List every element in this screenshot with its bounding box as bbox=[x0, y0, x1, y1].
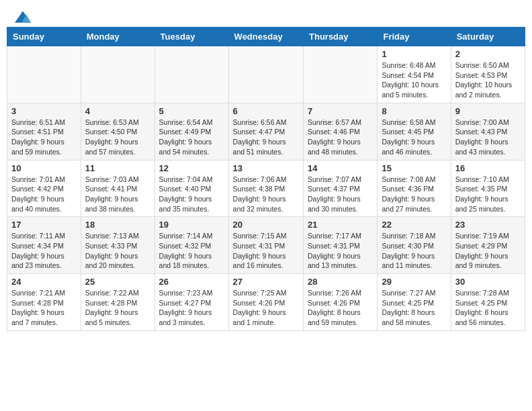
day-info: Sunrise: 7:27 AM Sunset: 4:25 PM Dayligh… bbox=[382, 288, 446, 328]
day-info: Sunrise: 6:50 AM Sunset: 4:53 PM Dayligh… bbox=[455, 60, 521, 100]
calendar-cell: 14Sunrise: 7:07 AM Sunset: 4:37 PM Dayli… bbox=[304, 160, 378, 217]
day-info: Sunrise: 7:01 AM Sunset: 4:42 PM Dayligh… bbox=[11, 175, 77, 214]
day-number: 24 bbox=[11, 277, 77, 287]
calendar-cell: 9Sunrise: 7:00 AM Sunset: 4:43 PM Daylig… bbox=[451, 103, 525, 160]
calendar-cell: 22Sunrise: 7:18 AM Sunset: 4:30 PM Dayli… bbox=[378, 217, 451, 274]
day-info: Sunrise: 7:21 AM Sunset: 4:28 PM Dayligh… bbox=[11, 288, 77, 328]
day-number: 15 bbox=[382, 163, 446, 173]
weekday-header-friday: Friday bbox=[378, 28, 451, 46]
day-number: 7 bbox=[308, 106, 373, 116]
day-number: 5 bbox=[159, 106, 224, 116]
calendar-week-row: 3Sunrise: 6:51 AM Sunset: 4:51 PM Daylig… bbox=[7, 103, 525, 160]
day-number: 13 bbox=[233, 163, 299, 173]
calendar-cell: 28Sunrise: 7:26 AM Sunset: 4:26 PM Dayli… bbox=[304, 274, 378, 331]
calendar-cell: 4Sunrise: 6:53 AM Sunset: 4:50 PM Daylig… bbox=[81, 103, 154, 160]
day-info: Sunrise: 7:17 AM Sunset: 4:31 PM Dayligh… bbox=[308, 231, 373, 271]
calendar-cell: 29Sunrise: 7:27 AM Sunset: 4:25 PM Dayli… bbox=[378, 274, 451, 331]
day-info: Sunrise: 6:58 AM Sunset: 4:45 PM Dayligh… bbox=[382, 118, 446, 157]
day-info: Sunrise: 7:07 AM Sunset: 4:37 PM Dayligh… bbox=[308, 175, 373, 214]
day-info: Sunrise: 7:28 AM Sunset: 4:25 PM Dayligh… bbox=[455, 288, 521, 328]
calendar-cell: 27Sunrise: 7:25 AM Sunset: 4:26 PM Dayli… bbox=[228, 274, 303, 331]
calendar-cell: 20Sunrise: 7:15 AM Sunset: 4:31 PM Dayli… bbox=[228, 217, 303, 274]
day-info: Sunrise: 7:11 AM Sunset: 4:34 PM Dayligh… bbox=[11, 231, 77, 271]
day-info: Sunrise: 7:04 AM Sunset: 4:40 PM Dayligh… bbox=[159, 175, 224, 214]
calendar-cell: 1Sunrise: 6:48 AM Sunset: 4:54 PM Daylig… bbox=[378, 46, 451, 103]
day-info: Sunrise: 7:03 AM Sunset: 4:41 PM Dayligh… bbox=[85, 175, 150, 214]
calendar-cell bbox=[81, 46, 154, 103]
calendar-cell: 2Sunrise: 6:50 AM Sunset: 4:53 PM Daylig… bbox=[451, 46, 525, 103]
day-info: Sunrise: 6:53 AM Sunset: 4:50 PM Dayligh… bbox=[85, 118, 150, 157]
day-info: Sunrise: 7:22 AM Sunset: 4:28 PM Dayligh… bbox=[85, 288, 150, 328]
calendar-cell bbox=[154, 46, 228, 103]
day-info: Sunrise: 7:15 AM Sunset: 4:31 PM Dayligh… bbox=[233, 231, 299, 271]
day-info: Sunrise: 7:25 AM Sunset: 4:26 PM Dayligh… bbox=[233, 288, 299, 328]
day-number: 26 bbox=[159, 277, 224, 287]
weekday-header-tuesday: Tuesday bbox=[154, 28, 228, 46]
day-number: 3 bbox=[11, 106, 77, 116]
calendar-cell: 10Sunrise: 7:01 AM Sunset: 4:42 PM Dayli… bbox=[7, 160, 81, 217]
day-number: 14 bbox=[308, 163, 373, 173]
weekday-header-thursday: Thursday bbox=[304, 28, 378, 46]
day-number: 10 bbox=[11, 163, 77, 173]
day-number: 11 bbox=[85, 163, 150, 173]
page-header bbox=[0, 0, 532, 27]
day-info: Sunrise: 6:51 AM Sunset: 4:51 PM Dayligh… bbox=[11, 118, 77, 157]
day-number: 2 bbox=[455, 49, 521, 59]
day-number: 18 bbox=[85, 220, 150, 230]
day-info: Sunrise: 7:23 AM Sunset: 4:27 PM Dayligh… bbox=[159, 288, 224, 328]
calendar-cell bbox=[7, 46, 81, 103]
calendar-cell: 13Sunrise: 7:06 AM Sunset: 4:38 PM Dayli… bbox=[228, 160, 303, 217]
calendar-cell: 26Sunrise: 7:23 AM Sunset: 4:27 PM Dayli… bbox=[154, 274, 228, 331]
day-number: 27 bbox=[233, 277, 299, 287]
calendar-cell: 8Sunrise: 6:58 AM Sunset: 4:45 PM Daylig… bbox=[378, 103, 451, 160]
calendar-cell bbox=[228, 46, 303, 103]
day-info: Sunrise: 6:48 AM Sunset: 4:54 PM Dayligh… bbox=[382, 60, 446, 100]
calendar-cell: 24Sunrise: 7:21 AM Sunset: 4:28 PM Dayli… bbox=[7, 274, 81, 331]
day-info: Sunrise: 7:06 AM Sunset: 4:38 PM Dayligh… bbox=[233, 175, 299, 214]
day-info: Sunrise: 7:13 AM Sunset: 4:33 PM Dayligh… bbox=[85, 231, 150, 271]
day-number: 9 bbox=[455, 106, 521, 116]
calendar-week-row: 24Sunrise: 7:21 AM Sunset: 4:28 PM Dayli… bbox=[7, 274, 525, 331]
calendar-table: SundayMondayTuesdayWednesdayThursdayFrid… bbox=[7, 27, 525, 331]
calendar-cell: 12Sunrise: 7:04 AM Sunset: 4:40 PM Dayli… bbox=[154, 160, 228, 217]
day-info: Sunrise: 7:26 AM Sunset: 4:26 PM Dayligh… bbox=[308, 288, 373, 328]
calendar-cell: 17Sunrise: 7:11 AM Sunset: 4:34 PM Dayli… bbox=[7, 217, 81, 274]
calendar-cell: 19Sunrise: 7:14 AM Sunset: 4:32 PM Dayli… bbox=[154, 217, 228, 274]
day-info: Sunrise: 7:10 AM Sunset: 4:35 PM Dayligh… bbox=[455, 175, 521, 214]
day-info: Sunrise: 7:00 AM Sunset: 4:43 PM Dayligh… bbox=[455, 118, 521, 157]
day-info: Sunrise: 6:56 AM Sunset: 4:47 PM Dayligh… bbox=[233, 118, 299, 157]
day-number: 20 bbox=[233, 220, 299, 230]
day-number: 12 bbox=[159, 163, 224, 173]
day-number: 19 bbox=[159, 220, 224, 230]
day-number: 16 bbox=[455, 163, 521, 173]
day-number: 6 bbox=[233, 106, 299, 116]
calendar-cell: 21Sunrise: 7:17 AM Sunset: 4:31 PM Dayli… bbox=[304, 217, 378, 274]
logo-icon bbox=[15, 11, 31, 24]
calendar-cell: 23Sunrise: 7:19 AM Sunset: 4:29 PM Dayli… bbox=[451, 217, 525, 274]
calendar-cell: 25Sunrise: 7:22 AM Sunset: 4:28 PM Dayli… bbox=[81, 274, 154, 331]
calendar-cell: 30Sunrise: 7:28 AM Sunset: 4:25 PM Dayli… bbox=[451, 274, 525, 331]
day-number: 1 bbox=[382, 49, 446, 59]
day-info: Sunrise: 6:57 AM Sunset: 4:46 PM Dayligh… bbox=[308, 118, 373, 157]
weekday-header-saturday: Saturday bbox=[451, 28, 525, 46]
weekday-header-monday: Monday bbox=[81, 28, 154, 46]
day-info: Sunrise: 7:08 AM Sunset: 4:36 PM Dayligh… bbox=[382, 175, 446, 214]
day-number: 25 bbox=[85, 277, 150, 287]
calendar-cell bbox=[304, 46, 378, 103]
calendar-cell: 16Sunrise: 7:10 AM Sunset: 4:35 PM Dayli… bbox=[451, 160, 525, 217]
day-number: 30 bbox=[455, 277, 521, 287]
calendar-cell: 18Sunrise: 7:13 AM Sunset: 4:33 PM Dayli… bbox=[81, 217, 154, 274]
calendar-week-row: 1Sunrise: 6:48 AM Sunset: 4:54 PM Daylig… bbox=[7, 46, 525, 103]
day-number: 17 bbox=[11, 220, 77, 230]
day-number: 4 bbox=[85, 106, 150, 116]
calendar-week-row: 10Sunrise: 7:01 AM Sunset: 4:42 PM Dayli… bbox=[7, 160, 525, 217]
logo bbox=[13, 11, 31, 21]
calendar-cell: 7Sunrise: 6:57 AM Sunset: 4:46 PM Daylig… bbox=[304, 103, 378, 160]
day-info: Sunrise: 7:18 AM Sunset: 4:30 PM Dayligh… bbox=[382, 231, 446, 271]
calendar-cell: 5Sunrise: 6:54 AM Sunset: 4:49 PM Daylig… bbox=[154, 103, 228, 160]
day-number: 22 bbox=[382, 220, 446, 230]
day-info: Sunrise: 6:54 AM Sunset: 4:49 PM Dayligh… bbox=[159, 118, 224, 157]
calendar-cell: 11Sunrise: 7:03 AM Sunset: 4:41 PM Dayli… bbox=[81, 160, 154, 217]
weekday-header-sunday: Sunday bbox=[7, 28, 81, 46]
day-number: 21 bbox=[308, 220, 373, 230]
